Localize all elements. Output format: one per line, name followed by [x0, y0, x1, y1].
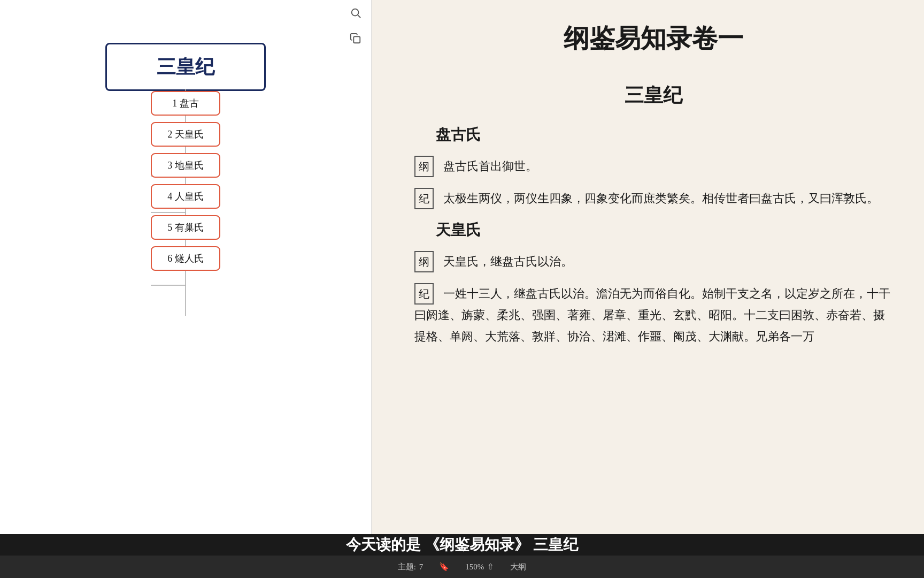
search-icon[interactable] [348, 5, 363, 20]
bookmark-icon: 🔖 [439, 562, 449, 572]
left-panel: 三皇纪 1 盘古 [0, 0, 372, 534]
topic-count-item: 主题: 7 [398, 562, 424, 572]
mindmap-child-0[interactable]: 1 盘古 [151, 91, 220, 116]
bookmark-item[interactable]: 🔖 [439, 562, 449, 572]
bottom-toolbar: 主题: 7 🔖 150% ⇧ 大纲 [0, 556, 924, 578]
text-block-ji-0: 纪 太极生两仪，两仪生四象，四象变化而庶类繁矣。相传世者曰盘古氏，又曰浑敦氏。 [414, 188, 892, 209]
mindmap-child-label-0: 1 盘古 [172, 97, 199, 110]
gang-label-0: 纲 [414, 156, 434, 177]
full-label: 大纲 [510, 562, 526, 572]
mindmap-child-label-2: 3 地皇氏 [167, 159, 204, 172]
status-bar: 今天读的是 《纲鉴易知录》 三皇纪 [0, 534, 924, 556]
toolbar-icons [348, 5, 363, 46]
mindmap-child-label-5: 6 燧人氏 [167, 252, 204, 265]
topic-count: 7 [419, 562, 424, 572]
text-block-gang-0: 纲 盘古氏首出御世。 [414, 156, 892, 177]
status-bar-text: 今天读的是 《纲鉴易知录》 三皇纪 [346, 535, 578, 555]
up-arrow-icon: ⇧ [487, 562, 494, 572]
zoom-item[interactable]: 150% ⇧ [465, 562, 494, 572]
zoom-label: 150% [465, 562, 484, 572]
subsection-title-1: 天皇氏 [436, 220, 892, 240]
mindmap-children: 1 盘古 2 天皇氏 3 地皇氏 4 人皇氏 5 有巢氏 6 [151, 91, 220, 271]
gang-text-1: 天皇氏，继盘古氏以治。 [443, 255, 573, 268]
svg-line-1 [358, 15, 360, 18]
right-panel[interactable]: 纲鉴易知录卷一 三皇纪 盘古氏 纲 盘古氏首出御世。 纪 太极生两仪，两仪生四象… [372, 0, 924, 534]
ji-text-0: 太极生两仪，两仪生四象，四象变化而庶类繁矣。相传世者曰盘古氏，又曰浑敦氏。 [443, 192, 879, 205]
mindmap-child-4[interactable]: 5 有巢氏 [151, 215, 220, 240]
ji-text-1: 一姓十三人，继盘古氏以治。澹泊无为而俗自化。始制干支之名，以定岁之所在，十干曰阏… [414, 287, 890, 343]
text-block-gang-1: 纲 天皇氏，继盘古氏以治。 [414, 251, 892, 272]
ji-label-0: 纪 [414, 188, 434, 209]
mindmap-child-2[interactable]: 3 地皇氏 [151, 153, 220, 178]
copy-icon[interactable] [348, 31, 363, 46]
svg-point-0 [352, 9, 359, 16]
gang-label-1: 纲 [414, 251, 434, 272]
text-block-ji-1: 纪 一姓十三人，继盘古氏以治。澹泊无为而俗自化。始制干支之名，以定岁之所在，十干… [414, 283, 892, 347]
mindmap-container: 三皇纪 1 盘古 [73, 43, 298, 271]
topic-label: 主题: [398, 562, 416, 572]
ji-label-1: 纪 [414, 283, 434, 305]
mindmap-child-label-1: 2 天皇氏 [167, 128, 204, 141]
mindmap-child-5[interactable]: 6 燧人氏 [151, 246, 220, 271]
mindmap-child-3[interactable]: 4 人皇氏 [151, 184, 220, 209]
section-title: 三皇纪 [414, 82, 892, 109]
subsection-title-0: 盘古氏 [436, 125, 892, 145]
mindmap-child-1[interactable]: 2 天皇氏 [151, 122, 220, 147]
subsection-label-1: 天皇氏 [436, 222, 481, 238]
book-title: 纲鉴易知录卷一 [414, 21, 892, 56]
svg-rect-2 [353, 36, 360, 43]
subsection-label-0: 盘古氏 [436, 126, 481, 143]
gang-text-0: 盘古氏首出御世。 [443, 159, 537, 173]
mindmap-child-label-3: 4 人皇氏 [167, 190, 204, 203]
main-area: 三皇纪 1 盘古 [0, 0, 924, 534]
mindmap-root-label: 三皇纪 [157, 54, 214, 80]
fullscreen-item[interactable]: 大纲 [510, 562, 526, 572]
mindmap-child-label-4: 5 有巢氏 [167, 221, 204, 234]
mindmap-root-node[interactable]: 三皇纪 [105, 43, 266, 91]
